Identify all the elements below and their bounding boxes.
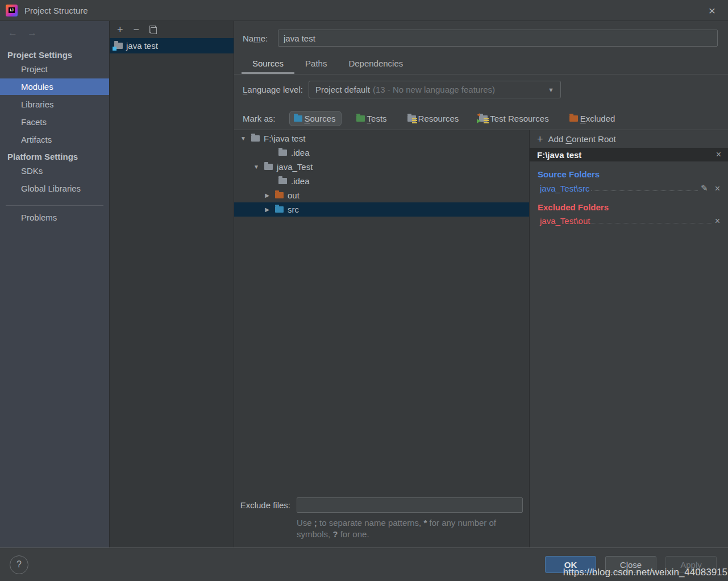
content-tree-panel: ▼ F:\java test .idea ▼ java_Test [234, 130, 530, 547]
footer-buttons: OK Close Apply [545, 556, 717, 573]
tree-spacer [234, 217, 529, 497]
module-name: java test [126, 41, 158, 51]
test-resources-folder-icon [479, 115, 488, 122]
tree-item-java-test-folder[interactable]: ▼ java_Test [234, 160, 529, 174]
tree-item-src[interactable]: ▶ src [234, 202, 529, 217]
source-folder-row: java_Test\src ✎ × [540, 183, 721, 193]
mark-as-row: Mark as: Sources Tests Resources Test Re… [243, 111, 728, 126]
tree-item-out[interactable]: ▶ out [234, 188, 529, 202]
intellij-logo-icon: IJ [6, 5, 18, 16]
tab-paths[interactable]: Paths [294, 59, 338, 74]
mark-as-tests-button[interactable]: Tests [352, 111, 393, 126]
tree-item-root[interactable]: ▼ F:\java test [234, 131, 529, 146]
sidebar-item-problems[interactable]: Problems [0, 209, 109, 226]
remove-content-root-icon[interactable]: × [716, 150, 721, 159]
platform-settings-group-label: Platform Settings [7, 152, 109, 161]
sidebar-item-libraries[interactable]: Libraries [0, 96, 109, 113]
tests-folder-icon [356, 115, 365, 122]
dotted-leader [591, 223, 712, 223]
copy-module-icon[interactable] [149, 26, 157, 34]
name-label: Name: [243, 34, 278, 43]
window-title: Project Structure [24, 6, 88, 15]
mark-as-label: Mark as: [243, 114, 276, 123]
excluded-folder-icon [569, 115, 578, 122]
sidebar-item-modules[interactable]: Modules [0, 78, 109, 95]
module-folder-icon [114, 43, 123, 49]
forward-arrow-icon[interactable]: → [27, 27, 37, 39]
folder-icon [264, 164, 273, 170]
exclude-files-row: Exclude files: [234, 497, 529, 513]
titlebar: IJ Project Structure × [0, 0, 728, 21]
history-nav: ← → [0, 21, 109, 39]
excluded-folder-row: java_Test\out × [540, 216, 721, 226]
add-content-root-button[interactable]: + Add Content Root [530, 130, 728, 148]
edit-pencil-icon[interactable]: ✎ [701, 183, 708, 193]
module-list-item[interactable]: java test [110, 38, 234, 53]
dotted-leader [591, 190, 698, 191]
remove-excluded-folder-icon[interactable]: × [715, 217, 720, 226]
help-button[interactable]: ? [10, 555, 28, 574]
expand-arrow-icon[interactable]: ▶ [263, 206, 272, 213]
folder-icon [278, 150, 287, 156]
language-level-label: Language level: [243, 85, 309, 94]
tab-dependencies[interactable]: Dependencies [338, 59, 414, 74]
language-level-select[interactable]: Project default (13 - No new language fe… [309, 81, 561, 98]
modules-list-panel: + − java test [109, 21, 234, 547]
sources-folder-icon [294, 115, 302, 122]
source-folder-icon [275, 206, 284, 213]
close-window-icon[interactable]: × [709, 5, 715, 16]
sidebar-item-global-libraries[interactable]: Global Libraries [0, 180, 109, 197]
sidebar-divider [6, 205, 103, 206]
ok-button[interactable]: OK [545, 556, 596, 573]
content-root-path: F:\java test [537, 150, 581, 160]
tree-item-idea[interactable]: .idea [234, 146, 529, 160]
excluded-folder-path[interactable]: java_Test\out [540, 216, 590, 226]
sidebar-item-sdks[interactable]: SDKs [0, 163, 109, 179]
module-editor: Name: Sources Paths Dependencies Languag… [234, 21, 728, 547]
expand-arrow-icon[interactable]: ▼ [252, 164, 261, 170]
expand-arrow-icon[interactable]: ▶ [263, 192, 272, 198]
sidebar-item-project[interactable]: Project [0, 61, 109, 77]
back-arrow-icon[interactable]: ← [8, 27, 18, 39]
source-folders-label: Source Folders [538, 169, 728, 179]
settings-sidebar: ← → Project Settings Project Modules Lib… [0, 21, 109, 547]
name-row: Name: [243, 30, 718, 47]
folder-icon [278, 178, 287, 184]
source-folder-path[interactable]: java_Test\src [540, 184, 590, 193]
tab-sources[interactable]: Sources [242, 59, 294, 74]
exclude-files-label: Exclude files: [234, 500, 290, 510]
project-settings-group-label: Project Settings [7, 50, 109, 60]
resources-folder-icon [407, 115, 416, 122]
question-mark-icon: ? [16, 559, 22, 570]
chevron-down-icon: ▼ [548, 86, 554, 93]
apply-button: Apply [665, 556, 717, 573]
mark-as-test-resources-button[interactable]: Test Resources [475, 111, 554, 126]
expand-arrow-icon[interactable]: ▼ [239, 135, 248, 142]
mark-as-resources-button[interactable]: Resources [403, 111, 465, 126]
dialog-footer: ? OK Close Apply [0, 547, 728, 581]
add-content-root-label: Add Content Root [548, 134, 616, 144]
remove-module-icon[interactable]: − [134, 24, 140, 36]
close-button[interactable]: Close [605, 556, 656, 573]
mark-as-excluded-button[interactable]: Excluded [565, 111, 621, 126]
excluded-folder-icon [275, 192, 284, 198]
mark-as-sources-button[interactable]: Sources [289, 111, 342, 126]
language-level-hint: (13 - No new language features) [373, 85, 495, 94]
sidebar-item-artifacts[interactable]: Artifacts [0, 131, 109, 148]
plus-icon: + [537, 134, 543, 144]
exclude-files-input[interactable] [297, 497, 523, 513]
tree-item-idea-nested[interactable]: .idea [234, 174, 529, 188]
content-root-panel: + Add Content Root F:\java test × Source… [530, 130, 728, 547]
modules-toolbar: + − [110, 21, 234, 38]
remove-source-folder-icon[interactable]: × [715, 184, 720, 193]
content-split: ▼ F:\java test .idea ▼ java_Test [234, 130, 728, 547]
module-name-input[interactable] [278, 30, 718, 47]
excluded-folders-label: Excluded Folders [538, 202, 728, 212]
module-tabs: Sources Paths Dependencies [234, 59, 728, 74]
language-level-row: Language level: Project default (13 - No… [243, 81, 728, 98]
dialog-body: ← → Project Settings Project Modules Lib… [0, 21, 728, 547]
project-structure-dialog: IJ Project Structure × ← → Project Setti… [0, 0, 728, 581]
add-module-icon[interactable]: + [117, 24, 123, 36]
sidebar-item-facets[interactable]: Facets [0, 114, 109, 130]
folder-icon [251, 135, 260, 142]
